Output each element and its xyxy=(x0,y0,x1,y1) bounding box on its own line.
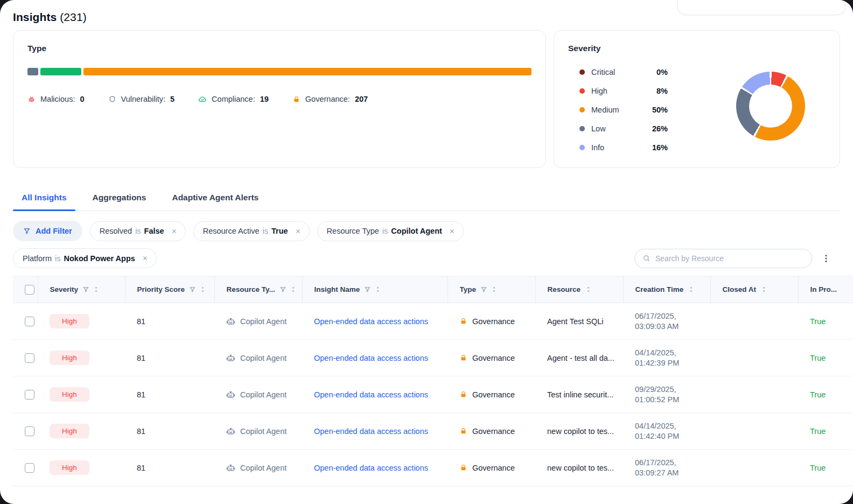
tab-aggregations[interactable]: Aggregations xyxy=(84,187,155,211)
severity-legend-dot xyxy=(579,69,585,75)
column-filter-icon[interactable] xyxy=(189,286,196,293)
table-row: High 81 Copilot Agent Open-ended data ac… xyxy=(13,450,853,486)
insight-name-link[interactable]: Open-ended data access actions xyxy=(314,464,428,472)
type-legend-item-compliance: Compliance: 19 xyxy=(198,95,269,103)
governance-lock-icon xyxy=(459,427,467,435)
severity-legend-value: 8% xyxy=(638,87,668,95)
insight-name-link[interactable]: Open-ended data access actions xyxy=(314,354,428,362)
governance-lock-icon xyxy=(459,464,467,472)
copilot-agent-icon xyxy=(226,353,235,362)
select-all-checkbox[interactable] xyxy=(25,285,34,295)
closed-at-cell xyxy=(710,340,798,376)
in-progress-cell: True xyxy=(798,340,853,376)
insights-tabs: All Insights Aggregations Adaptive Agent… xyxy=(13,187,840,211)
closed-at-cell xyxy=(710,413,798,450)
severity-legend-value: 16% xyxy=(638,143,668,152)
column-header-insight-name[interactable]: Insight Name xyxy=(302,276,448,303)
column-sort-icon[interactable] xyxy=(199,286,206,293)
column-header-in-progress[interactable]: In Pro... xyxy=(798,276,853,303)
summary-cards: Type Malicious: 0 Vulnerability: 5 Compl… xyxy=(0,30,853,168)
cloud-check-icon xyxy=(198,95,207,103)
severity-legend-dot xyxy=(579,145,585,150)
chip-value: Copilot Agent xyxy=(391,227,442,235)
bar-segment-compliance xyxy=(40,68,81,75)
row-checkbox[interactable] xyxy=(25,353,34,363)
priority-score-cell: 81 xyxy=(125,376,214,413)
bug-icon xyxy=(27,95,36,103)
column-filter-icon[interactable] xyxy=(279,286,286,293)
chip-field: Resolved xyxy=(100,227,132,235)
column-header-resource-type[interactable]: Resource Ty... xyxy=(214,276,302,303)
column-sort-icon[interactable] xyxy=(688,286,695,293)
column-header-type[interactable]: Type xyxy=(448,276,535,303)
resource-search xyxy=(634,249,812,268)
search-input[interactable] xyxy=(655,254,804,263)
column-sort-icon[interactable] xyxy=(290,286,297,293)
tab-all-insights[interactable]: All Insights xyxy=(13,187,75,211)
insight-name-link[interactable]: Open-ended data access actions xyxy=(314,317,428,326)
severity-body: Critical 0% High 8% Medium 50% xyxy=(568,66,826,160)
resource-cell: new copilot to tes... xyxy=(535,450,623,486)
creation-time-cell: 06/17/2025, 03:09:03 AM xyxy=(623,303,710,340)
insight-name-link[interactable]: Open-ended data access actions xyxy=(314,427,428,436)
filter-chip-resolved[interactable]: Resolved is False xyxy=(90,221,186,241)
copilot-agent-icon xyxy=(226,426,235,436)
column-filter-icon[interactable] xyxy=(82,286,89,293)
severity-legend-label: Info xyxy=(591,143,638,152)
copilot-agent-icon xyxy=(226,317,235,326)
lock-icon xyxy=(292,95,300,103)
column-header-creation-time[interactable]: Creation Time xyxy=(623,276,710,303)
chip-remove-button[interactable] xyxy=(170,227,178,235)
column-sort-icon[interactable] xyxy=(760,286,767,293)
filter-chip-platform[interactable]: Platform is Nokod Power Apps xyxy=(13,248,157,268)
severity-donut-chart xyxy=(736,72,805,141)
type-legend-value: 207 xyxy=(355,95,368,103)
tab-adaptive-agent-alerts[interactable]: Adaptive Agent Alerts xyxy=(163,187,267,211)
column-sort-icon[interactable] xyxy=(491,286,498,293)
resource-type-cell: Copilot Agent xyxy=(240,390,286,399)
filter-chip-resource-active[interactable]: Resource Active is True xyxy=(193,221,310,241)
bar-segment-vulnerability xyxy=(27,68,38,75)
add-filter-button[interactable]: Add Filter xyxy=(13,221,82,241)
bar-segment-governance xyxy=(83,68,532,75)
kebab-menu-button[interactable] xyxy=(820,252,833,265)
creation-time-cell: 06/17/2025, 03:09:27 AM xyxy=(623,450,710,486)
priority-score-cell: 81 xyxy=(125,303,214,340)
column-header-resource[interactable]: Resource xyxy=(535,276,623,303)
row-checkbox[interactable] xyxy=(25,463,34,473)
chip-remove-button[interactable] xyxy=(141,254,149,262)
cutoff-panel xyxy=(677,0,845,15)
insight-name-link[interactable]: Open-ended data access actions xyxy=(314,390,428,399)
type-cell: Governance xyxy=(472,354,515,362)
chip-remove-button[interactable] xyxy=(294,227,302,235)
chip-field: Platform xyxy=(23,254,52,263)
severity-legend-item-critical: Critical 0% xyxy=(579,66,668,78)
column-filter-icon[interactable] xyxy=(364,286,371,293)
column-header-severity[interactable]: Severity xyxy=(38,276,125,303)
column-sort-icon[interactable] xyxy=(93,286,100,293)
table-row: High 81 Copilot Agent Open-ended data ac… xyxy=(13,340,853,376)
type-legend-item-governance: Governance: 207 xyxy=(292,95,368,103)
column-header-closed-at[interactable]: Closed At xyxy=(710,276,798,303)
table-row: High 81 Copilot Agent Open-ended data ac… xyxy=(13,303,853,340)
column-header-priority-score[interactable]: Priority Score xyxy=(125,276,214,303)
severity-legend-dot xyxy=(579,126,585,131)
type-distribution-bar xyxy=(27,68,532,75)
kebab-icon xyxy=(821,254,831,263)
row-checkbox[interactable] xyxy=(25,426,34,436)
type-legend-value: 0 xyxy=(80,95,84,103)
filter-chip-resource-type[interactable]: Resource Type is Copilot Agent xyxy=(317,221,464,241)
chip-operator: is xyxy=(382,227,388,235)
chip-remove-button[interactable] xyxy=(448,227,456,235)
close-icon xyxy=(171,228,177,234)
type-legend-value: 19 xyxy=(260,95,269,103)
column-filter-icon[interactable] xyxy=(480,286,487,293)
chip-value: False xyxy=(144,227,164,235)
column-sort-icon[interactable] xyxy=(585,286,592,293)
row-checkbox[interactable] xyxy=(25,390,34,400)
type-legend-item-malicious: Malicious: 0 xyxy=(27,95,85,103)
severity-card-title: Severity xyxy=(568,44,826,53)
chip-field: Resource Active xyxy=(203,227,260,235)
column-sort-icon[interactable] xyxy=(374,286,381,293)
row-checkbox[interactable] xyxy=(25,317,34,326)
